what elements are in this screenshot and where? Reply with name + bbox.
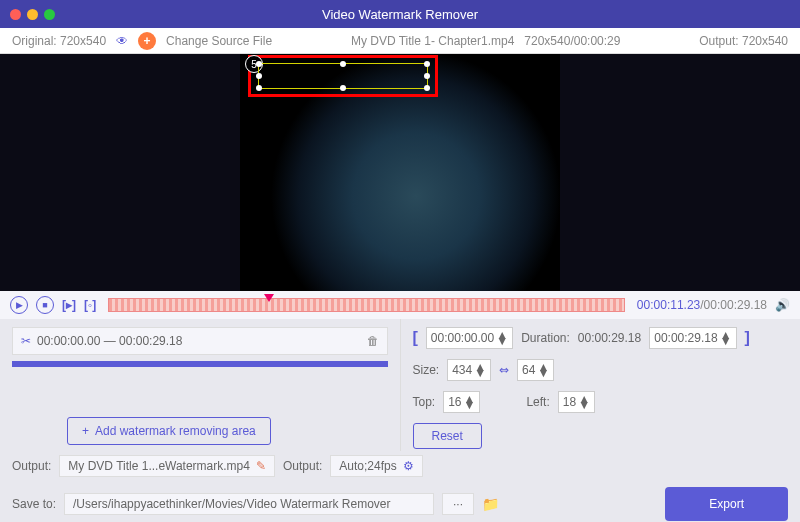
output-file-box: My DVD Title 1...eWatermark.mp4 ✎ [59,455,275,477]
handle-icon[interactable] [256,73,262,79]
delete-icon[interactable]: 🗑 [367,334,379,348]
handle-icon[interactable] [256,61,262,67]
start-time-input[interactable]: 00:00:00.00▲▼ [426,327,513,349]
folder-icon[interactable]: 📁 [482,496,499,512]
volume-icon[interactable]: 🔊 [775,298,790,312]
end-time-input[interactable]: 00:00:29.18▲▼ [649,327,736,349]
output-label: Output: [12,459,51,473]
titlebar: Video Watermark Remover [0,0,800,28]
left-input[interactable]: 18▲▼ [558,391,595,413]
plus-icon: + [82,424,89,438]
duration-value: 00:00:29.18 [578,331,641,345]
export-button[interactable]: Export [665,487,788,521]
footer: Save to: /Users/ihappyacethinker/Movies/… [0,481,800,522]
time-display: 00:00:11.23/00:00:29.18 [637,298,767,312]
visibility-icon[interactable]: 👁 [116,34,128,48]
output-row: Output: My DVD Title 1...eWatermark.mp4 … [0,451,800,481]
width-input[interactable]: 434▲▼ [447,359,491,381]
bracket-end-icon[interactable]: ] [745,329,750,347]
browse-button[interactable]: ··· [442,493,474,515]
duration-label: Duration: [521,331,570,345]
add-area-button[interactable]: +Add watermark removing area [67,417,271,445]
clips-panel: ✂ 00:00:00.00 — 00:00:29.18 🗑 +Add water… [0,319,401,451]
output-size: Output: 720x540 [699,34,788,48]
left-label: Left: [526,395,549,409]
down-icon[interactable]: ▼ [496,338,508,344]
video-frame[interactable]: 5 [240,54,560,291]
size-label: Size: [413,363,440,377]
watermark-selection[interactable] [258,63,428,89]
add-icon[interactable]: + [138,32,156,50]
play-button[interactable]: ▶ [10,296,28,314]
output-format-box: Auto;24fps ⚙ [330,455,422,477]
properties-panel: [ 00:00:00.00▲▼ Duration:00:00:29.18 00:… [401,319,801,451]
app-title: Video Watermark Remover [322,7,478,22]
preview-area: 5 [0,54,800,291]
frame-fwd-button[interactable]: [◦] [84,298,96,312]
close-icon[interactable] [10,9,21,20]
handle-icon[interactable] [424,61,430,67]
gear-icon[interactable]: ⚙ [403,459,414,473]
down-icon[interactable]: ▼ [537,370,549,376]
save-path: /Users/ihappyacethinker/Movies/Video Wat… [64,493,434,515]
clip-range: 00:00:00.00 — 00:00:29.18 [37,334,182,348]
down-icon[interactable]: ▼ [474,370,486,376]
timeline[interactable] [108,298,625,312]
bracket-start-icon[interactable]: [ [413,329,418,347]
handle-icon[interactable] [340,61,346,67]
annotation-highlight: 5 [248,55,438,97]
top-input[interactable]: 16▲▼ [443,391,480,413]
add-area-label: Add watermark removing area [95,424,256,438]
handle-icon[interactable] [256,85,262,91]
link-icon[interactable]: ⇔ [499,363,509,377]
file-meta: 720x540/00:00:29 [524,34,620,48]
top-label: Top: [413,395,436,409]
edit-icon[interactable]: ✎ [256,459,266,473]
handle-icon[interactable] [424,85,430,91]
traffic-lights [10,9,55,20]
transport-controls: ▶ ■ [▸] [◦] 00:00:11.23/00:00:29.18 🔊 [0,291,800,319]
handle-icon[interactable] [340,85,346,91]
output-file: My DVD Title 1...eWatermark.mp4 [68,459,250,473]
down-icon[interactable]: ▼ [464,402,476,408]
stop-button[interactable]: ■ [36,296,54,314]
maximize-icon[interactable] [44,9,55,20]
output-format: Auto;24fps [339,459,396,473]
original-size: Original: 720x540 [12,34,106,48]
reset-button[interactable]: Reset [413,423,482,449]
down-icon[interactable]: ▼ [720,338,732,344]
change-source[interactable]: Change Source File [166,34,272,48]
output-label-2: Output: [283,459,322,473]
info-bar: Original: 720x540 👁 + Change Source File… [0,28,800,54]
clip-item[interactable]: ✂ 00:00:00.00 — 00:00:29.18 🗑 [12,327,388,355]
down-icon[interactable]: ▼ [578,402,590,408]
clip-timeline[interactable] [12,361,388,367]
save-label: Save to: [12,497,56,511]
file-name: My DVD Title 1- Chapter1.mp4 [351,34,514,48]
height-input[interactable]: 64▲▼ [517,359,554,381]
playhead-icon[interactable] [264,294,274,302]
frame-back-button[interactable]: [▸] [62,298,76,312]
minimize-icon[interactable] [27,9,38,20]
handle-icon[interactable] [424,73,430,79]
scissors-icon: ✂ [21,334,31,348]
